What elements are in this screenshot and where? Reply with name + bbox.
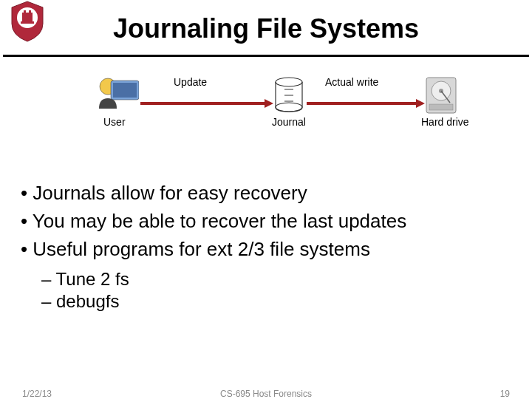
svg-marker-9 xyxy=(265,99,273,108)
footer-course: CS-695 Host Forensics xyxy=(220,389,312,399)
svg-rect-20 xyxy=(429,104,453,110)
journal-label: Journal xyxy=(272,116,306,128)
hard-drive-label: Hard drive xyxy=(421,116,469,128)
bullet-item: Journals allow for easy recovery xyxy=(21,181,511,206)
footer-date: 1/22/13 xyxy=(22,389,52,399)
svg-rect-7 xyxy=(113,83,137,98)
svg-rect-4 xyxy=(29,10,31,14)
bullet-item: Useful programs for ext 2/3 file systems xyxy=(21,237,511,262)
footer-page-number: 19 xyxy=(500,389,510,399)
update-label: Update xyxy=(174,76,207,88)
arrow-actual-write xyxy=(307,98,425,112)
journaling-diagram: Update Actual write xyxy=(30,70,502,159)
svg-point-10 xyxy=(276,78,302,86)
hard-drive-icon xyxy=(425,76,457,117)
svg-point-11 xyxy=(276,103,302,112)
actual-write-label: Actual write xyxy=(325,76,378,88)
user-icon xyxy=(96,76,139,115)
svg-rect-3 xyxy=(24,10,26,14)
journal-icon xyxy=(273,76,304,116)
sub-bullet-item: debugfs xyxy=(41,291,532,312)
svg-rect-2 xyxy=(21,21,34,24)
bullet-item: You may be able to recover the last upda… xyxy=(21,209,511,234)
title-divider xyxy=(3,55,529,57)
sub-bullet-list: Tune 2 fs debugfs xyxy=(41,269,532,312)
university-seal-logo xyxy=(6,0,49,43)
user-label: User xyxy=(103,116,126,128)
arrow-update xyxy=(140,98,273,112)
sub-bullet-item: Tune 2 fs xyxy=(41,269,532,290)
svg-marker-16 xyxy=(416,99,425,108)
bullet-list: Journals allow for easy recovery You may… xyxy=(21,181,511,262)
slide-title: Journaling File Systems xyxy=(0,0,532,55)
